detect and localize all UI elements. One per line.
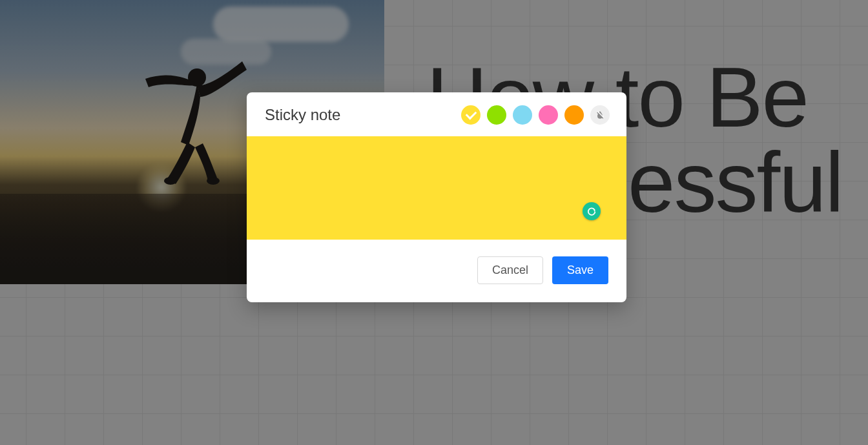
sticky-note-modal: Sticky note Cancel Sa xyxy=(247,92,626,302)
color-swatch-orange[interactable] xyxy=(564,105,584,125)
color-swatch-green[interactable] xyxy=(487,105,506,125)
color-swatch-cyan[interactable] xyxy=(513,105,532,125)
note-body xyxy=(247,136,626,240)
color-swatch-none[interactable] xyxy=(590,105,610,125)
color-swatch-pink[interactable] xyxy=(539,105,558,125)
color-swatch-yellow[interactable] xyxy=(461,105,480,125)
modal-footer: Cancel Save xyxy=(247,240,626,302)
grammarly-icon[interactable] xyxy=(583,202,601,220)
cancel-button[interactable]: Cancel xyxy=(477,256,543,284)
color-swatch-row xyxy=(461,105,610,125)
modal-title: Sticky note xyxy=(265,106,340,124)
save-button[interactable]: Save xyxy=(552,256,608,284)
no-color-icon xyxy=(595,110,605,120)
modal-header: Sticky note xyxy=(247,92,626,136)
note-textarea[interactable] xyxy=(247,136,626,240)
